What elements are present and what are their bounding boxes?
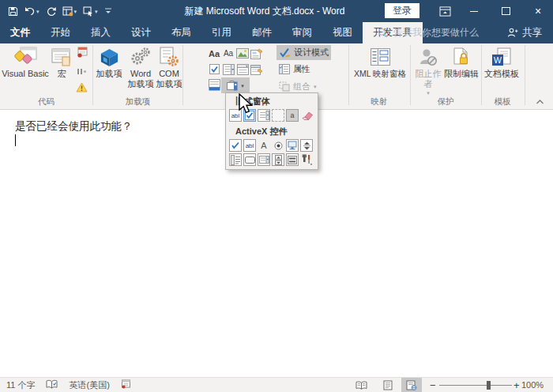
addins-button[interactable]: 加载项 [94, 45, 124, 79]
text-cursor [15, 134, 16, 146]
tab-references[interactable]: 引用 [201, 22, 242, 43]
activex-listbox-button[interactable] [229, 153, 242, 166]
activex-scrollbar-button[interactable] [272, 153, 284, 166]
search-icon [378, 28, 388, 38]
qat-extra-button-2[interactable]: ▾ [83, 6, 98, 17]
group-label-protect: 保护 [411, 96, 480, 107]
design-mode-icon [279, 47, 291, 58]
word-count[interactable]: 11 个字 [6, 379, 35, 391]
read-mode-button[interactable] [351, 378, 371, 392]
print-layout-button[interactable] [378, 378, 398, 392]
macro-record-status-button[interactable] [121, 379, 131, 390]
activex-combobox-button[interactable] [258, 153, 270, 166]
dropdown-list-content-control-button[interactable] [235, 62, 250, 77]
reset-form-fields-button[interactable] [300, 109, 313, 122]
share-button[interactable]: 共享 [507, 22, 542, 43]
building-block-gallery-control-button[interactable] [250, 46, 264, 61]
xml-mapping-pane-button[interactable]: XML 映射窗格 [350, 45, 410, 79]
design-mode-button[interactable]: 设计模式 [276, 45, 331, 60]
activex-option-button[interactable] [272, 139, 284, 152]
read-mode-icon [356, 381, 367, 390]
minimize-button[interactable] [463, 0, 485, 22]
macro-security-button[interactable] [76, 81, 88, 96]
tab-view[interactable]: 视图 [322, 22, 363, 43]
macros-button[interactable]: 宏 [50, 45, 73, 79]
document-template-button[interactable]: W 文档模板 [483, 45, 520, 79]
xml-mapping-label: XML 映射窗格 [354, 69, 406, 79]
repeating-section-content-control-button[interactable] [207, 77, 221, 92]
svg-text:W: W [494, 55, 502, 65]
tab-home[interactable]: 开始 [40, 22, 81, 43]
select-object-icon [83, 6, 94, 17]
tab-mailings[interactable]: 邮件 [242, 22, 282, 43]
group-label-mapping: 映射 [349, 96, 409, 107]
record-macro-button[interactable] [77, 47, 88, 61]
qat-extra-2-caret[interactable]: ▾ [95, 9, 98, 14]
activex-command-button[interactable] [243, 153, 256, 166]
form-field-shading-button[interactable]: a [286, 109, 299, 122]
qat-extra-button-1[interactable]: ▾ [62, 6, 77, 17]
activex-header: ActiveX 控件 [235, 126, 287, 138]
ribbon-display-options-button[interactable] [436, 0, 453, 22]
save-button[interactable] [8, 6, 18, 17]
command-button-icon [245, 156, 255, 164]
more-controls-icon [302, 154, 312, 165]
tab-insert[interactable]: 插入 [81, 22, 121, 43]
zoom-slider-thumb[interactable] [487, 381, 491, 390]
activex-label-button[interactable]: A [258, 139, 270, 152]
tab-layout[interactable]: 布局 [161, 22, 201, 43]
visual-basic-button[interactable]: Visual Basic [1, 45, 50, 79]
restrict-editing-button[interactable]: 限制编辑 [443, 45, 480, 79]
more-controls-button[interactable] [300, 153, 313, 166]
activex-spin-button[interactable] [300, 139, 313, 152]
redo-button[interactable] [46, 6, 56, 17]
properties-button[interactable]: 属性 [276, 62, 313, 77]
block-authors-caret: ▾ [427, 90, 430, 96]
language-status[interactable]: 英语(美国) [69, 379, 109, 391]
activex-textbox-button[interactable]: abl [243, 139, 256, 152]
share-label: 共享 [522, 26, 542, 40]
checkbox-content-control-button[interactable] [207, 62, 221, 77]
zoom-slider-track[interactable] [439, 385, 512, 386]
eraser-icon [301, 111, 313, 121]
legacy-tools-button[interactable]: ▾ [221, 77, 250, 93]
combobox-content-control-button[interactable] [221, 62, 235, 77]
zoom-level[interactable]: 100% [521, 378, 544, 392]
activex-checkbox-button[interactable] [229, 139, 242, 152]
list-box-icon [231, 155, 241, 165]
zoom-in-button[interactable]: + [514, 378, 520, 392]
plain-text-content-control-button[interactable]: Aa [221, 46, 235, 61]
tab-design[interactable]: 设计 [121, 22, 161, 43]
web-layout-button[interactable] [401, 378, 422, 392]
activex-toggle-button[interactable] [286, 153, 299, 166]
pause-recording-button[interactable] [77, 64, 87, 78]
customize-qat-button[interactable] [104, 7, 112, 15]
rich-text-content-control-button[interactable]: Aa [207, 46, 221, 61]
activex-checkbox-icon [231, 141, 240, 150]
close-button[interactable]: × [526, 0, 550, 22]
group-label: 组合 [293, 81, 310, 92]
undo-button[interactable]: ▾ [24, 6, 40, 16]
undo-dropdown-caret[interactable]: ▾ [36, 9, 40, 14]
maximize-button[interactable] [495, 0, 517, 22]
collapse-ribbon-button[interactable] [536, 94, 544, 108]
qat-extra-1-caret[interactable]: ▾ [74, 9, 77, 14]
mouse-cursor [239, 93, 254, 115]
ribbon-display-options-icon [439, 6, 451, 17]
zoom-out-button[interactable]: − [430, 378, 436, 392]
sign-in-button[interactable]: 登录 [385, 3, 419, 18]
activex-image-button[interactable] [286, 139, 299, 152]
word-addins-button[interactable]: Word 加载项 [125, 45, 156, 89]
tab-file[interactable]: 文件 [0, 22, 40, 43]
picture-content-control-button[interactable] [235, 46, 250, 61]
tell-me-box[interactable]: 告诉我你想要做什么 [378, 22, 479, 43]
date-picker-content-control-button[interactable] [250, 62, 264, 77]
dropdown-form-field-button[interactable] [258, 109, 270, 122]
status-bar: 11 个字 英语(美国) − + 100% [0, 377, 553, 392]
com-addins-button[interactable]: COM 加载项 [155, 45, 183, 89]
group-separator [182, 45, 183, 105]
proofing-status-button[interactable] [46, 379, 58, 390]
tab-review[interactable]: 审阅 [282, 22, 322, 43]
save-icon [8, 6, 18, 17]
addins-label: 加载项 [96, 69, 122, 79]
